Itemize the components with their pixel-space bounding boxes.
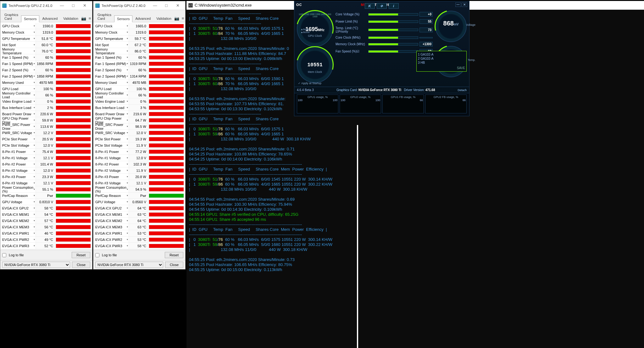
- save-button[interactable]: SAVE: [418, 66, 465, 70]
- sensor-row[interactable]: GPU Clock1590.0 MHz: [1, 23, 92, 29]
- sensor-name[interactable]: PCIe Slot Power: [94, 137, 129, 141]
- sensor-name[interactable]: GPU Load: [94, 87, 129, 91]
- sensor-row[interactable]: EVGA iCX MEM363 °C: [94, 224, 185, 230]
- sensor-name[interactable]: EVGA iCX MEM2: [1, 219, 36, 223]
- sensor-name[interactable]: 8-Pin #1 Power: [94, 150, 129, 154]
- sensor-name[interactable]: Fan 2 Speed (RPM): [94, 74, 129, 78]
- sensor-row[interactable]: Fan 1 Speed (RPM)1319 RPM: [94, 61, 185, 67]
- tab-validation[interactable]: Validation: [153, 15, 174, 22]
- sensor-name[interactable]: EVGA iCX PWR2: [94, 238, 129, 242]
- minimize-button[interactable]: —: [56, 2, 68, 9]
- slider-track[interactable]: [368, 50, 418, 53]
- sensor-name[interactable]: EVGA iCX PWR1: [94, 231, 129, 235]
- sensor-row[interactable]: PWR_SRC Voltage12.0 V: [94, 130, 185, 136]
- tab-validation[interactable]: Validation: [60, 15, 81, 22]
- sensor-row[interactable]: Memory Clock1319.0 MHz: [94, 29, 185, 35]
- slider-track[interactable]: [368, 43, 418, 46]
- sensor-row[interactable]: PerfCap ReasonPwr: [1, 193, 92, 199]
- sensor-row[interactable]: Fan 1 Speed (%)60 %: [94, 54, 185, 61]
- tab-graphics-card[interactable]: Graphics Card: [95, 11, 114, 22]
- sensor-row[interactable]: Memory Temperature76.0 °C: [1, 48, 92, 54]
- camera-icon[interactable]: 📷: [81, 16, 86, 21]
- sensor-name[interactable]: 8-Pin #1 Power: [1, 150, 36, 154]
- sensor-name[interactable]: Bus Interface Load: [94, 106, 129, 110]
- sensor-name[interactable]: Power Consumption (%): [1, 186, 36, 193]
- sensor-row[interactable]: Fan 2 Speed (RPM)1858 RPM: [1, 73, 92, 79]
- sensor-name[interactable]: EVGA iCX GPU2: [1, 206, 36, 210]
- sensor-name[interactable]: Memory Clock: [1, 30, 36, 34]
- gpu-list[interactable]: 1 GA102-A 2 GA102-A 3 HB SAVE: [416, 51, 467, 72]
- reset-button[interactable]: Reset: [72, 252, 90, 258]
- sensor-row[interactable]: EVGA iCX GPU264 °C: [94, 205, 185, 211]
- sensor-name[interactable]: GPU Voltage: [94, 200, 129, 204]
- sensor-name[interactable]: Fan 1 Speed (RPM): [1, 62, 36, 66]
- tab-graphics-card[interactable]: Graphics Card: [2, 11, 21, 22]
- sensor-name[interactable]: 8-Pin #2 Voltage: [94, 169, 129, 172]
- sensor-name[interactable]: GPU Load: [1, 87, 36, 91]
- sensor-row[interactable]: EVGA iCX GPU258 °C: [1, 205, 92, 211]
- sensor-name[interactable]: 8-Pin #2 Power: [1, 162, 36, 166]
- sensor-name[interactable]: GPU Temperature: [94, 37, 129, 41]
- sensor-name[interactable]: GPU Voltage: [1, 200, 36, 204]
- sensor-row[interactable]: Video Engine Load0 %: [94, 98, 185, 105]
- sensor-row[interactable]: 8-Pin #2 Voltage12.0 V: [1, 167, 92, 174]
- sensor-name[interactable]: 8-Pin #3 Voltage: [94, 181, 129, 185]
- minimize-button[interactable]: —: [455, 3, 461, 7]
- sensor-row[interactable]: Fan 2 Speed (RPM)1314 RPM: [94, 73, 185, 79]
- sensor-row[interactable]: PCIe Slot Power20.5 W: [1, 136, 92, 142]
- sensor-name[interactable]: EVGA iCX MEM3: [1, 225, 36, 229]
- sensor-name[interactable]: PWR_SRC Power Draw: [94, 123, 129, 130]
- sensor-row[interactable]: EVGA iCX PWR146 °C: [1, 230, 92, 237]
- maximize-button[interactable]: □: [68, 2, 79, 9]
- sensor-name[interactable]: Memory Controller Load: [94, 91, 129, 99]
- sensor-name[interactable]: EVGA iCX PWR1: [1, 231, 36, 235]
- monitor-graph[interactable]: GPU1 FB usage, %66: [382, 95, 424, 113]
- sensor-row[interactable]: EVGA iCX PWR153 °C: [94, 230, 185, 237]
- sensor-name[interactable]: GPU Clock: [94, 24, 129, 28]
- sensor-name[interactable]: PCIe Slot Voltage: [1, 144, 36, 147]
- sensor-name[interactable]: PCIe Slot Power: [1, 137, 36, 141]
- sensor-name[interactable]: Memory Used: [94, 81, 129, 84]
- sensor-row[interactable]: EVGA iCX PWR253 °C: [94, 237, 185, 243]
- sensor-row[interactable]: PWR_SRC Power Draw113.6 W: [1, 123, 92, 130]
- sensor-row[interactable]: EVGA iCX MEM154 °C: [1, 211, 92, 218]
- sensor-name[interactable]: EVGA iCX PWR2: [1, 238, 36, 242]
- sensor-row[interactable]: 8-Pin #2 Voltage11.9 V: [94, 167, 185, 174]
- sensor-name[interactable]: Video Engine Load: [1, 100, 36, 103]
- list-item[interactable]: 1 GA102-A: [418, 52, 465, 57]
- sensor-row[interactable]: 8-Pin #1 Voltage12.1 V: [1, 155, 92, 161]
- sensor-name[interactable]: PerfCap Reason: [94, 194, 129, 198]
- list-item[interactable]: 3 HB: [418, 61, 465, 65]
- sensor-name[interactable]: Power Consumption (%): [94, 186, 129, 193]
- sensor-name[interactable]: EVGA iCX PWR3: [94, 244, 129, 248]
- sensor-name[interactable]: GPU Clock: [1, 24, 36, 28]
- sensor-name[interactable]: Memory Used: [1, 81, 36, 84]
- sensor-row[interactable]: EVGA iCX MEM257 °C: [1, 218, 92, 224]
- sensor-row[interactable]: GPU Clock1665.0 MHz: [94, 23, 185, 29]
- sensor-name[interactable]: 8-Pin #2 Voltage: [1, 169, 36, 172]
- sensor-row[interactable]: PWR_SRC Voltage12.2 V: [1, 130, 92, 136]
- sensor-row[interactable]: EVGA iCX MEM163 °C: [94, 211, 185, 218]
- sensor-row[interactable]: EVGA iCX MEM264 °C: [94, 218, 185, 224]
- sensor-name[interactable]: Video Engine Load: [94, 100, 129, 103]
- sensor-name[interactable]: PWR_SRC Voltage: [94, 131, 129, 135]
- sensor-name[interactable]: Bus Interface Load: [1, 106, 36, 110]
- sensor-row[interactable]: Memory Temperature86.0 °C: [94, 48, 185, 54]
- monitor-graph[interactable]: GPU1 usage, %100100: [297, 95, 338, 113]
- sensor-row[interactable]: Memory Used4970 MB: [1, 79, 92, 86]
- sensor-name[interactable]: Board Power Draw: [1, 112, 36, 116]
- sensor-name[interactable]: Memory Controller Load: [1, 91, 36, 99]
- sensor-row[interactable]: 8-Pin #1 Power77.2 W: [94, 149, 185, 155]
- detach-button[interactable]: Detach: [458, 89, 467, 92]
- sensor-row[interactable]: 8-Pin #3 Power20.8 W: [94, 174, 185, 180]
- sensor-name[interactable]: PWR_SRC Voltage: [1, 131, 36, 135]
- menu-icon[interactable]: ≡: [182, 16, 184, 21]
- monitor-graph[interactable]: GPU2 FB usage, %66: [425, 95, 467, 113]
- tab-advanced[interactable]: Advanced: [39, 15, 60, 22]
- sensor-row[interactable]: 8-Pin #2 Power102.3 W: [94, 161, 185, 167]
- log-checkbox[interactable]: [2, 253, 6, 257]
- sensor-name[interactable]: PWR_SRC Power Draw: [1, 123, 36, 130]
- sensor-name[interactable]: Fan 2 Speed (%): [94, 68, 129, 72]
- sensor-name[interactable]: 8-Pin #3 Power: [94, 175, 129, 179]
- sensor-name[interactable]: Memory Temperature: [94, 47, 129, 55]
